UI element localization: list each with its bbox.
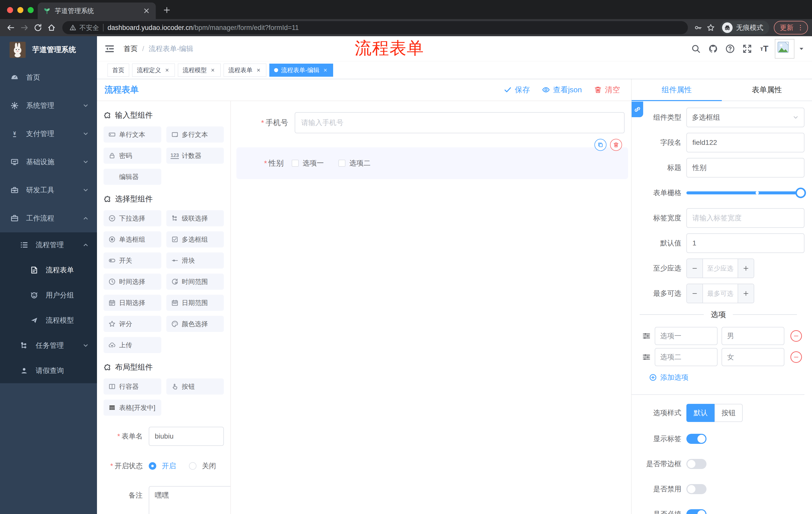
tag-view[interactable]: 流程表单 [224, 64, 266, 77]
forward-button[interactable] [18, 21, 31, 34]
form-name-input[interactable] [149, 427, 224, 446]
security-chip[interactable]: 不安全 [69, 23, 99, 32]
sidebar-item[interactable]: 流程表单 [0, 258, 97, 283]
palette-component[interactable]: 123 计数器 [166, 147, 224, 164]
palette-component[interactable]: 表格[开发中] [104, 400, 161, 416]
save-button[interactable]: 保存 [504, 85, 530, 95]
radio-off-label[interactable]: 关闭 [202, 461, 216, 471]
decrease-button[interactable] [687, 259, 702, 278]
radio-on-label[interactable]: 开启 [162, 461, 176, 471]
font-size-icon[interactable]: тT [758, 42, 771, 55]
view-json-button[interactable]: 查看json [542, 85, 582, 95]
palette-component[interactable]: 下拉选择 [104, 210, 161, 226]
label-width-input[interactable] [686, 208, 805, 228]
palette-component[interactable]: 行容器 [104, 378, 161, 395]
sidebar-item[interactable]: 研发工具 [0, 176, 97, 204]
field-name-input[interactable] [686, 133, 805, 153]
close-tag-icon[interactable] [210, 67, 216, 73]
palette-component[interactable]: 滑块 [166, 252, 224, 269]
style-default-button[interactable]: 默认 [686, 404, 715, 422]
reload-button[interactable] [31, 21, 45, 34]
tag-view[interactable]: 首页 [108, 64, 129, 77]
tab-component-props[interactable]: 组件属性 [632, 79, 722, 101]
palette-component[interactable]: 评分 [104, 316, 161, 332]
toggle-switch[interactable] [686, 434, 706, 444]
fullscreen-icon[interactable] [741, 42, 754, 55]
back-button[interactable] [4, 21, 18, 34]
palette-component[interactable]: 级联选择 [166, 210, 224, 226]
checkbox-option[interactable]: 选项一 [292, 158, 324, 168]
maximize-window-button[interactable] [28, 7, 34, 13]
clear-button[interactable]: 清空 [594, 85, 620, 95]
link-handle[interactable] [632, 102, 643, 117]
form-remark-textarea[interactable]: 嘿嘿 [149, 486, 231, 514]
close-window-button[interactable] [7, 7, 13, 13]
url-text[interactable]: dashboard.yudao.iocoder.cn/bpm/manager/f… [108, 24, 299, 32]
option-value-input[interactable]: 女 [722, 348, 784, 366]
slider-track[interactable] [686, 191, 805, 194]
increase-button[interactable] [738, 259, 754, 278]
bookmark-star-icon[interactable] [704, 21, 717, 34]
sidebar-item[interactable]: 系统管理 [0, 91, 97, 120]
address-bar[interactable]: 不安全 dashboard.yudao.iocoder.cn/bpm/manag… [62, 21, 688, 34]
palette-component[interactable]: 时间范围 [166, 274, 224, 290]
password-key-icon[interactable] [692, 21, 704, 34]
canvas-field-phone[interactable]: 手机号 [231, 112, 631, 133]
breadcrumb-home[interactable]: 首页 [124, 44, 138, 54]
palette-component[interactable]: 单行文本 [104, 127, 161, 142]
palette-component[interactable]: 日期选择 [104, 295, 161, 311]
palette-component[interactable]: 密码 [104, 147, 161, 164]
tab-form-props[interactable]: 表单属性 [722, 79, 812, 101]
sidebar-item[interactable]: 用户分组 [0, 283, 97, 308]
min-select-value[interactable]: 至少应选 [702, 259, 738, 278]
radio-off[interactable] [189, 462, 197, 470]
palette-component[interactable]: 多行文本 [166, 127, 224, 142]
palette-component[interactable]: 多选框组 [166, 231, 224, 247]
add-option-button[interactable]: 添加选项 [649, 373, 688, 382]
delete-field-button[interactable] [610, 139, 622, 151]
close-tag-icon[interactable] [322, 67, 328, 73]
home-button[interactable] [45, 21, 58, 34]
phone-field-input[interactable] [295, 112, 625, 133]
default-value-input[interactable] [686, 233, 805, 253]
canvas-field-gender-selected[interactable]: 性别 选项一 选项二 [236, 147, 628, 179]
option-value-input[interactable]: 男 [722, 327, 784, 345]
browser-menu-icon[interactable] [797, 24, 804, 31]
option-label-input[interactable]: 选项一 [655, 327, 718, 345]
palette-component[interactable]: 开关 [104, 252, 161, 269]
checkbox-box[interactable] [339, 160, 345, 167]
tag-view[interactable]: 流程表单-编辑 [269, 64, 333, 77]
palette-component[interactable]: 日期范围 [166, 295, 224, 311]
toggle-switch[interactable] [686, 484, 706, 494]
radio-on[interactable] [149, 462, 156, 470]
remove-option-button[interactable] [790, 330, 802, 342]
tag-view[interactable]: 流程定义 [132, 64, 175, 77]
grid-slider[interactable] [686, 183, 805, 203]
slider-handle[interactable] [795, 188, 806, 198]
toggle-switch[interactable] [686, 459, 706, 469]
sidebar-item[interactable]: 基础设施 [0, 148, 97, 176]
close-tag-icon[interactable] [164, 67, 170, 73]
browser-update-button[interactable]: 更新 [774, 21, 808, 34]
sidebar-item[interactable]: 请假查询 [0, 358, 97, 383]
tag-view[interactable]: 流程模型 [178, 64, 221, 77]
minimize-window-button[interactable] [17, 7, 23, 13]
search-icon[interactable] [689, 42, 702, 55]
palette-component[interactable]: 单选框组 [104, 231, 161, 247]
close-tag-icon[interactable] [256, 67, 262, 73]
sidebar-logo[interactable]: 芋道管理系统 [0, 36, 97, 63]
copy-field-button[interactable] [594, 139, 607, 151]
sidebar-item[interactable]: 工作流程 [0, 204, 97, 232]
checkbox-option[interactable]: 选项二 [339, 158, 371, 168]
drag-handle-icon[interactable] [642, 332, 651, 340]
new-tab-button[interactable] [161, 4, 173, 16]
max-select-value[interactable]: 最多可选 [702, 284, 738, 303]
palette-component[interactable]: 颜色选择 [166, 316, 224, 332]
sidebar-item[interactable]: 流程管理 [0, 232, 97, 258]
sidebar-item[interactable]: 首页 [0, 63, 97, 91]
checkbox-box[interactable] [292, 160, 299, 167]
title-input[interactable] [686, 158, 805, 178]
sidebar-item[interactable]: ¥ 支付管理 [0, 120, 97, 148]
close-tab-icon[interactable] [143, 7, 150, 15]
style-button-button[interactable]: 按钮 [715, 404, 743, 422]
